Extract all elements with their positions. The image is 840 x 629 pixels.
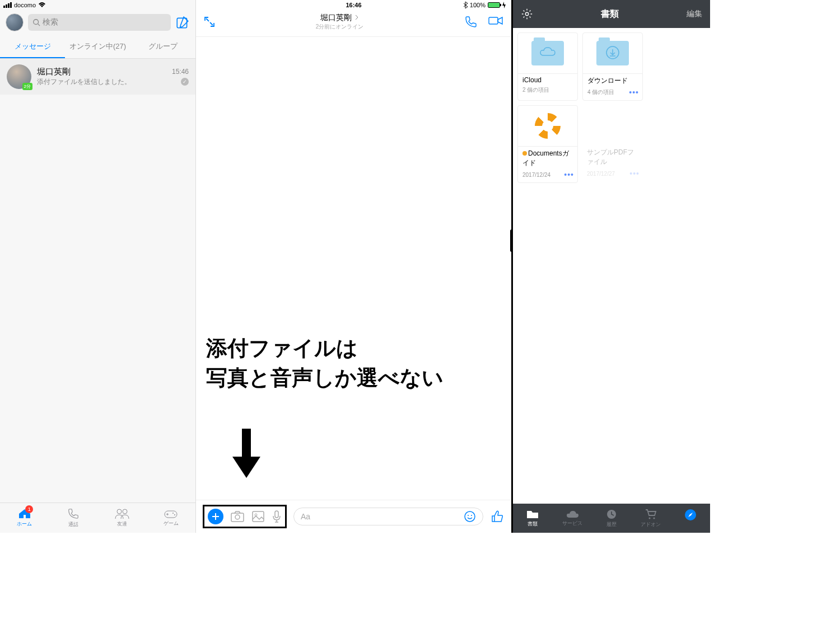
conversation-time: 15:46 — [172, 68, 189, 76]
folder-downloads[interactable]: ダウンロード 4 個の項目••• — [582, 32, 643, 101]
svg-point-22 — [525, 12, 529, 16]
folder-icloud[interactable]: iCloud 2 個の項目 — [517, 32, 578, 101]
svg-point-20 — [468, 515, 469, 516]
emoji-icon[interactable] — [464, 510, 476, 523]
file-documents-guide[interactable]: Documentsガイド 2017/12/24••• — [517, 105, 578, 183]
folder-name: ダウンロード — [583, 73, 642, 87]
file-name: サンプルPDFファイル — [582, 145, 643, 168]
folder-name: iCloud — [518, 73, 577, 85]
annotation-text: 添付ファイルは 写真と音声しか選べない — [206, 334, 444, 393]
tab-service-label: サービス — [562, 520, 582, 527]
conversation-text: 堀口英剛 添付ファイルを送信しました。 — [37, 67, 166, 87]
conversation-row[interactable]: 2分 堀口英剛 添付ファイルを送信しました。 15:46 ✓ — [0, 59, 195, 95]
edit-button[interactable]: 編集 — [687, 9, 702, 19]
tab-messages[interactable]: メッセージ — [0, 36, 65, 58]
tab-home[interactable]: 1 ホーム — [0, 503, 49, 533]
annotation-line2: 写真と音声しか選べない — [206, 363, 444, 393]
search-input[interactable]: 検索 — [28, 14, 171, 31]
svg-point-0 — [34, 20, 39, 25]
split-handle[interactable] — [510, 229, 513, 252]
gear-icon[interactable] — [521, 8, 533, 20]
chat-body[interactable]: 添付ファイルは 写真と音声しか選べない — [196, 37, 511, 500]
video-icon[interactable] — [488, 15, 503, 26]
docs-header: 書類 編集 — [513, 0, 710, 28]
tab-calls[interactable]: 通話 — [49, 503, 97, 533]
tab-history[interactable]: 履歴 — [592, 504, 631, 533]
folder-tab-icon — [526, 509, 539, 519]
profile-avatar[interactable] — [6, 13, 24, 31]
dot-icon — [522, 151, 527, 156]
battery-group: 100% — [463, 2, 506, 8]
camera-icon[interactable] — [230, 510, 245, 523]
tab-compass[interactable] — [671, 504, 710, 533]
tab-calls-label: 通話 — [68, 521, 78, 528]
mic-icon[interactable] — [272, 510, 282, 523]
sidebar-tabs: メッセージ オンライン中(27) グループ — [0, 36, 195, 59]
tab-friends[interactable]: 友達 — [98, 503, 147, 533]
tab-home-label: ホーム — [17, 520, 32, 528]
add-button[interactable] — [208, 509, 223, 524]
tab-online[interactable]: オンライン中(27) — [65, 36, 130, 58]
message-placeholder: Aa — [301, 512, 310, 521]
attachment-group — [203, 505, 287, 528]
chat-panel: 16:46 100% 堀口英剛 2分前にオンライン 添付ファイルは 写真と音声し… — [196, 0, 513, 533]
signal-icon — [3, 2, 12, 8]
conversation-avatar: 2分 — [7, 64, 31, 89]
folder-meta: 4 個の項目 — [587, 88, 614, 96]
tab-groups[interactable]: グループ — [130, 36, 195, 58]
compose-button[interactable] — [175, 15, 190, 30]
tab-history-label: 履歴 — [606, 521, 617, 528]
tab-documents[interactable]: 書類 — [513, 504, 552, 533]
tab-games-label: ゲーム — [164, 520, 179, 527]
tab-addon[interactable]: アドオン — [631, 504, 670, 533]
svg-point-19 — [465, 511, 475, 522]
search-icon — [32, 18, 40, 26]
call-icon[interactable] — [464, 15, 478, 29]
svg-point-15 — [235, 515, 240, 519]
svg-point-3 — [117, 509, 122, 514]
chat-header: 堀口英剛 2分前にオンライン — [196, 9, 511, 37]
docs-title: 書類 — [601, 8, 619, 20]
compass-tab-icon — [684, 509, 697, 521]
thumbsup-icon[interactable] — [490, 509, 505, 524]
gamepad-icon — [164, 509, 178, 519]
file-sample-pdf[interactable]: サンプルPDFファイル 2017/12/27••• — [582, 105, 643, 183]
conversation-meta: 15:46 ✓ — [172, 68, 189, 86]
message-input[interactable]: Aa — [293, 508, 483, 525]
tab-games[interactable]: ゲーム — [147, 503, 195, 533]
search-row: 検索 — [0, 9, 195, 36]
more-icon[interactable]: ••• — [629, 88, 639, 97]
folder-icon — [596, 41, 629, 65]
arrow-down-icon — [230, 429, 263, 479]
more-icon[interactable]: ••• — [564, 170, 574, 179]
documents-grid[interactable]: iCloud 2 個の項目 ダウンロード 4 個の項目••• Documents… — [513, 28, 710, 504]
file-meta: 2017/12/27 — [587, 171, 615, 177]
expand-icon[interactable] — [204, 16, 215, 27]
annotation-line1: 添付ファイルは — [206, 334, 444, 363]
status-bar-center: 16:46 100% — [196, 0, 511, 9]
chat-title-wrap[interactable]: 堀口英剛 2分前にオンライン — [215, 12, 464, 31]
image-icon[interactable] — [251, 510, 265, 523]
cart-tab-icon — [645, 509, 657, 520]
bluetooth-icon — [463, 2, 468, 8]
status-time: 16:46 — [346, 2, 361, 8]
folder-icon — [531, 41, 564, 65]
svg-rect-10 — [489, 17, 498, 24]
conversation-preview: 添付ファイルを送信しました。 — [37, 77, 166, 87]
chat-subtitle: 2分前にオンライン — [215, 23, 464, 31]
more-icon[interactable]: ••• — [629, 169, 640, 178]
svg-point-4 — [123, 509, 127, 514]
tab-compass-label — [690, 522, 692, 528]
tab-service[interactable]: サービス — [552, 504, 591, 533]
svg-point-9 — [174, 514, 175, 515]
chevron-right-icon — [354, 15, 359, 20]
search-placeholder: 検索 — [43, 17, 58, 27]
carrier-label: docomo — [14, 2, 36, 8]
svg-rect-18 — [275, 511, 278, 518]
phone-icon — [67, 508, 80, 520]
people-icon — [115, 508, 129, 519]
wifi-icon — [38, 2, 46, 8]
battery-icon — [488, 2, 500, 8]
clock-tab-icon — [606, 509, 617, 520]
file-name: Documentsガイド — [518, 146, 577, 169]
